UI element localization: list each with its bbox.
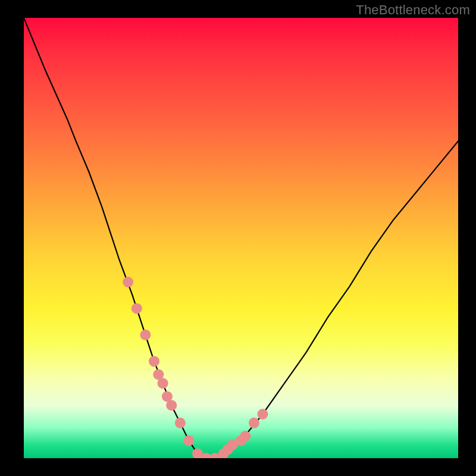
chart-frame: TheBottleneck.com xyxy=(0,0,476,476)
curve-overlay xyxy=(24,18,458,458)
highlight-dot xyxy=(240,431,250,441)
plot-area xyxy=(24,18,458,458)
watermark-text: TheBottleneck.com xyxy=(356,2,470,18)
highlight-dot xyxy=(249,418,259,428)
highlight-dots xyxy=(123,277,268,458)
highlight-dot xyxy=(123,277,133,287)
highlight-dot xyxy=(158,378,168,389)
bottleneck-curve xyxy=(24,18,458,458)
highlight-dot xyxy=(258,409,268,419)
highlight-dot xyxy=(131,303,142,314)
highlight-dot xyxy=(166,400,177,411)
highlight-dot xyxy=(175,418,186,428)
highlight-dot xyxy=(183,435,194,446)
highlight-dot xyxy=(140,330,151,340)
highlight-dot xyxy=(149,356,159,367)
